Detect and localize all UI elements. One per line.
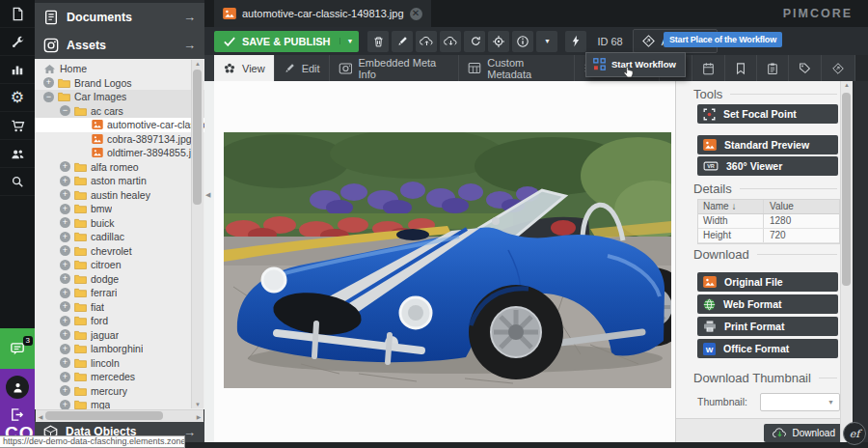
- asset-preview-image[interactable]: [224, 132, 671, 388]
- expand-icon[interactable]: +: [60, 232, 70, 242]
- tab-dependencies[interactable]: [725, 55, 757, 81]
- tab-workflow[interactable]: [822, 55, 855, 81]
- expand-icon[interactable]: +: [60, 329, 70, 340]
- scrollbar-thumb[interactable]: [45, 411, 163, 420]
- upload-button[interactable]: [416, 31, 437, 52]
- tools-nav-icon[interactable]: [0, 28, 35, 56]
- tree-item-bmw[interactable]: +bmw: [35, 202, 204, 216]
- start-workflow-menu-item[interactable]: Start Workflow: [586, 53, 685, 76]
- scroll-down-icon[interactable]: ▼: [192, 402, 203, 407]
- tree-item-aston-martin[interactable]: +aston martin: [35, 174, 204, 188]
- tree-item-ac-cars[interactable]: −ac cars: [35, 104, 204, 119]
- expand-icon[interactable]: +: [60, 316, 70, 326]
- scroll-left-icon[interactable]: ◀: [37, 413, 44, 420]
- tab-notes-events[interactable]: [757, 55, 789, 81]
- details-table-header-row[interactable]: Name ↓ Value: [698, 200, 839, 214]
- expand-icon[interactable]: +: [60, 385, 70, 396]
- info-button[interactable]: [512, 31, 533, 52]
- tree-item-dodge[interactable]: +dodge: [35, 272, 204, 287]
- tree-item-lincoln[interactable]: +lincoln: [35, 356, 204, 371]
- ecommerce-nav-icon[interactable]: [0, 112, 35, 140]
- tree-item-lamborghini[interactable]: +lamborghini: [35, 342, 204, 356]
- office-format-button[interactable]: W Office Format: [697, 339, 838, 358]
- expand-icon[interactable]: +: [60, 260, 70, 270]
- value-column-header[interactable]: Value: [764, 200, 794, 213]
- tree-item-ford[interactable]: +ford: [35, 314, 204, 328]
- expand-icon[interactable]: +: [60, 372, 70, 382]
- rename-button[interactable]: [392, 31, 413, 52]
- print-format-button[interactable]: Print Format: [697, 317, 838, 336]
- close-tab-icon[interactable]: ✕: [410, 8, 422, 20]
- viewer-360-button[interactable]: VR 360° Viewer: [697, 156, 838, 176]
- save-and-publish-button[interactable]: SAVE & PUBLISH ▼: [214, 31, 359, 52]
- tab-custom-metadata[interactable]: Custom Metadata: [459, 55, 575, 81]
- reports-nav-icon[interactable]: [0, 56, 35, 84]
- collapse-panel-icon[interactable]: ◀: [205, 191, 210, 199]
- tab-schedule[interactable]: [692, 55, 725, 81]
- tab-view[interactable]: View: [214, 55, 275, 81]
- documents-panel-header[interactable]: Documents →: [35, 3, 204, 32]
- standard-preview-button[interactable]: Standard Preview: [697, 135, 838, 154]
- tree-item-citroen[interactable]: +citroen: [35, 258, 204, 272]
- tree-item-cadillac[interactable]: +cadillac: [35, 230, 204, 244]
- tree-item-brand-logos[interactable]: +Brand Logos: [35, 76, 204, 91]
- collapse-icon[interactable]: −: [60, 105, 70, 116]
- scroll-up-icon[interactable]: ▲: [841, 82, 853, 88]
- scrollbar-thumb[interactable]: [842, 93, 851, 286]
- expand-icon[interactable]: +: [60, 161, 70, 172]
- customers-nav-icon[interactable]: [0, 140, 35, 168]
- expand-icon[interactable]: +: [43, 77, 54, 88]
- expand-icon[interactable]: +: [60, 344, 70, 354]
- focal-point-button[interactable]: [488, 31, 509, 52]
- tree-horizontal-scrollbar[interactable]: ◀ ▶: [36, 409, 203, 422]
- notifications-chat-button[interactable]: 3: [0, 328, 35, 369]
- search-nav-icon[interactable]: [0, 168, 35, 196]
- expand-icon[interactable]: +: [60, 189, 70, 200]
- tree-item-fiat[interactable]: +fiat: [35, 300, 204, 315]
- collapse-icon[interactable]: −: [43, 92, 54, 102]
- expand-icon[interactable]: +: [60, 217, 70, 228]
- save-dropdown-caret[interactable]: ▼: [339, 38, 359, 44]
- expand-icon[interactable]: +: [60, 204, 70, 214]
- tree-item-mercedes[interactable]: +mercedes: [35, 370, 204, 384]
- expand-icon[interactable]: +: [60, 400, 70, 409]
- name-column-header[interactable]: Name ↓: [698, 200, 764, 213]
- vendor-logo-badge[interactable]: ef: [843, 422, 866, 445]
- scroll-right-icon[interactable]: ▶: [195, 413, 203, 420]
- tree-item-automotive-car-classic-149813-jpg[interactable]: automotive-car-classic-149813.jpg: [35, 118, 204, 132]
- logout-button[interactable]: [10, 407, 24, 422]
- scrollbar-thumb[interactable]: [193, 70, 202, 205]
- delete-button[interactable]: [367, 31, 389, 52]
- tree-vertical-scrollbar[interactable]: ▲ ▼: [191, 60, 203, 408]
- tree-item-buick[interactable]: +buick: [35, 216, 204, 231]
- expand-panel-arrow-icon[interactable]: →: [183, 38, 196, 52]
- panel-vertical-scrollbar[interactable]: ▲ ▼: [840, 81, 853, 442]
- tree-item-austin-healey[interactable]: +austin healey: [35, 188, 204, 203]
- original-file-button[interactable]: Original File: [697, 272, 838, 292]
- tree-item-alfa-romeo[interactable]: +alfa romeo: [35, 160, 204, 175]
- scroll-up-icon[interactable]: ▲: [192, 61, 203, 67]
- tree-item-jaguar[interactable]: +jaguar: [35, 328, 204, 343]
- set-focal-point-button[interactable]: Set Focal Point: [697, 104, 838, 124]
- thumbnail-select[interactable]: ▼: [760, 393, 840, 411]
- tree-item-home[interactable]: Home: [35, 62, 204, 76]
- more-options-caret-button[interactable]: ▼: [536, 31, 557, 52]
- settings-nav-icon[interactable]: ⚙: [0, 84, 35, 112]
- expand-icon[interactable]: +: [60, 357, 70, 368]
- user-profile-button[interactable]: [6, 376, 29, 399]
- download-button[interactable]: Download: [764, 424, 843, 442]
- tree-item-cobra-3897134-jpg[interactable]: cobra-3897134.jpg: [35, 132, 204, 147]
- download-asset-button[interactable]: [440, 31, 461, 52]
- tree-item-chevrolet[interactable]: +chevrolet: [35, 244, 204, 259]
- expand-icon[interactable]: +: [60, 301, 70, 312]
- expand-icon[interactable]: +: [60, 273, 70, 284]
- tree-item-mercury[interactable]: +mercury: [35, 384, 204, 399]
- tree-item-car-images[interactable]: −Car Images: [35, 90, 204, 104]
- open-file-tab[interactable]: automotive-car-classic-149813.jpg ✕: [214, 0, 431, 27]
- panel-splitter[interactable]: ◀: [204, 81, 214, 442]
- reload-button[interactable]: [464, 31, 485, 52]
- tab-tags[interactable]: [789, 55, 822, 81]
- documents-nav-icon[interactable]: [0, 0, 35, 28]
- web-format-button[interactable]: Web Format: [697, 294, 838, 314]
- assets-panel-header[interactable]: Assets →: [35, 31, 204, 60]
